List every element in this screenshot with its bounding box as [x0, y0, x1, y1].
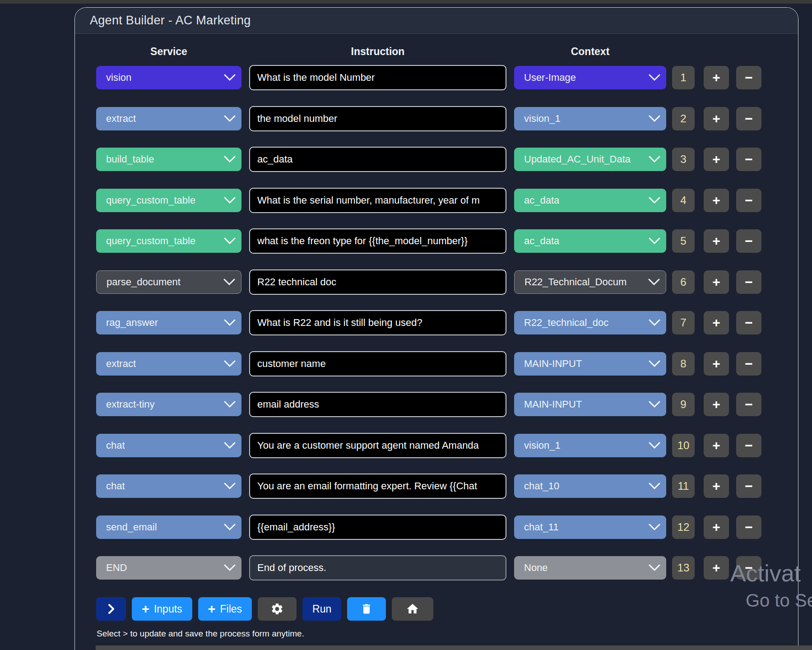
remove-row-button[interactable]: − [736, 515, 761, 539]
add-row-button[interactable]: + [704, 148, 729, 171]
remove-row-button[interactable]: − [736, 66, 761, 89]
instruction-input[interactable] [249, 188, 506, 213]
chevron-down-icon [649, 197, 660, 204]
service-select[interactable]: extract [96, 107, 241, 130]
context-select[interactable]: chat_10 [514, 474, 666, 498]
service-select[interactable]: send_email [96, 515, 241, 539]
context-select[interactable]: None [514, 556, 666, 580]
service-select-value: query_custom_table [106, 195, 195, 206]
remove-row-button[interactable]: − [736, 434, 761, 457]
context-select-value: R22_technical_doc [524, 317, 608, 329]
service-select-value: vision [106, 72, 131, 84]
context-select-value: None [524, 562, 548, 574]
instruction-input[interactable] [249, 515, 506, 540]
context-select[interactable]: R22_Technical_Docum [514, 270, 666, 294]
context-select[interactable]: Updated_AC_Unit_Data [514, 148, 666, 171]
context-select[interactable]: ac_data [514, 189, 666, 212]
add-row-button[interactable]: + [704, 434, 729, 457]
context-select-value: ac_data [524, 195, 559, 206]
remove-row-button[interactable]: − [736, 474, 761, 498]
chevron-down-icon [648, 279, 660, 286]
remove-row-button[interactable]: − [736, 229, 761, 253]
service-select-value: extract [106, 358, 136, 370]
add-row-button[interactable]: + [704, 107, 729, 130]
chevron-down-icon [649, 360, 660, 367]
delete-button[interactable] [347, 597, 386, 621]
service-select[interactable]: build_table [96, 148, 241, 171]
remove-row-button[interactable]: − [736, 189, 761, 212]
instruction-input[interactable] [249, 65, 506, 90]
toolbar: + Inputs + Files Run [96, 597, 433, 621]
service-select-value: chat [106, 440, 125, 451]
instruction-input[interactable] [249, 228, 506, 254]
instruction-input[interactable] [249, 351, 506, 376]
instruction-input[interactable] [249, 269, 506, 295]
expand-button[interactable] [96, 597, 126, 621]
instruction-input[interactable] [249, 106, 506, 131]
add-row-button[interactable]: + [704, 474, 729, 498]
chevron-down-icon [224, 74, 236, 81]
service-select[interactable]: rag_answer [96, 311, 241, 334]
add-row-button[interactable]: + [704, 229, 729, 253]
process-row: build_table Updated_AC_Unit_Data 3 + − [75, 147, 798, 172]
add-files-label: Files [220, 603, 242, 615]
run-button[interactable]: Run [302, 597, 341, 621]
process-row: parse_document R22_Technical_Docum 6 + − [75, 269, 798, 295]
instruction-input[interactable] [249, 310, 506, 335]
context-select[interactable]: chat_11 [514, 515, 666, 539]
context-select[interactable]: vision_1 [514, 434, 666, 457]
process-row: chat vision_1 10 + − [75, 433, 798, 458]
context-select[interactable]: MAIN-INPUT [514, 393, 666, 416]
context-select[interactable]: vision_1 [514, 107, 666, 130]
instruction-input[interactable] [249, 433, 506, 458]
remove-row-button[interactable]: − [736, 352, 761, 376]
context-select-value: MAIN-INPUT [524, 358, 582, 370]
remove-row-button[interactable]: − [736, 107, 761, 130]
service-select[interactable]: vision [96, 66, 241, 89]
remove-row-button[interactable]: − [736, 393, 761, 416]
chevron-down-icon [649, 524, 660, 531]
row-number-badge: 13 [672, 556, 695, 580]
remove-row-button[interactable]: − [736, 148, 761, 171]
add-files-button[interactable]: + Files [198, 597, 252, 621]
add-row-button[interactable]: + [704, 311, 729, 334]
service-select[interactable]: chat [96, 474, 241, 498]
add-row-button[interactable]: + [704, 515, 729, 539]
service-select[interactable]: chat [96, 434, 241, 457]
add-row-button[interactable]: + [704, 556, 729, 580]
instruction-input[interactable] [249, 147, 506, 172]
remove-row-button[interactable]: − [736, 556, 761, 580]
add-row-button[interactable]: + [704, 393, 729, 416]
remove-row-button[interactable]: − [736, 311, 761, 334]
chevron-down-icon [224, 360, 236, 367]
add-row-button[interactable]: + [704, 270, 729, 294]
home-button[interactable] [392, 597, 433, 621]
service-select[interactable]: query_custom_table [96, 229, 241, 253]
settings-button[interactable] [258, 597, 297, 621]
column-header-context: Context [514, 46, 666, 58]
context-select[interactable]: User-Image [514, 66, 666, 89]
context-select[interactable]: ac_data [514, 229, 666, 253]
process-row: vision User-Image 1 + − [75, 65, 798, 90]
instruction-input[interactable] [249, 392, 506, 417]
window-top-bar [0, 0, 812, 4]
context-select-value: chat_10 [524, 480, 559, 492]
service-select[interactable]: extract [96, 352, 241, 376]
chevron-down-icon [649, 319, 660, 326]
service-select[interactable]: extract-tiny [96, 393, 241, 416]
context-select-value: Updated_AC_Unit_Data [524, 153, 631, 165]
service-select[interactable]: parse_document [96, 270, 241, 294]
context-select[interactable]: R22_technical_doc [514, 311, 666, 334]
context-select[interactable]: MAIN-INPUT [514, 352, 666, 376]
service-select[interactable]: query_custom_table [96, 189, 241, 212]
row-number-badge: 1 [672, 66, 695, 89]
chevron-down-icon [649, 401, 660, 408]
instruction-input[interactable] [249, 555, 506, 580]
remove-row-button[interactable]: − [736, 270, 761, 294]
add-row-button[interactable]: + [704, 189, 729, 212]
add-row-button[interactable]: + [704, 352, 729, 376]
instruction-input[interactable] [249, 474, 506, 499]
add-row-button[interactable]: + [704, 66, 729, 89]
add-inputs-button[interactable]: + Inputs [132, 597, 192, 621]
service-select[interactable]: END [96, 556, 241, 580]
